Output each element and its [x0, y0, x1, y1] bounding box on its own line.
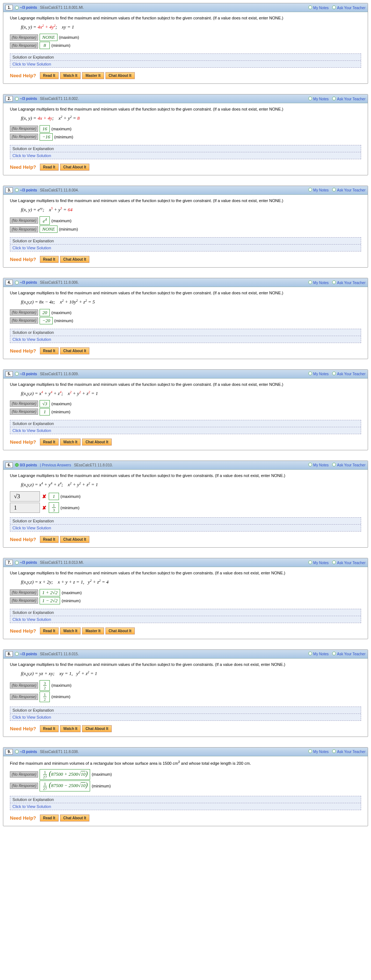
question-number: 6. [5, 462, 13, 468]
no-response[interactable]: (No Response) [10, 126, 38, 132]
ask-teacher-link[interactable]: Ask Your Teacher [330, 749, 366, 754]
help-watch-button[interactable]: Watch It [60, 439, 81, 445]
status: –/3 points [15, 97, 37, 101]
no-response[interactable]: (No Response) [10, 309, 38, 315]
help-chat-button[interactable]: Chat About It [60, 815, 89, 821]
help-master-button[interactable]: Master It [82, 627, 103, 635]
user-answer[interactable]: 1 [10, 503, 40, 513]
view-solution-link[interactable]: Click to View Solution [10, 427, 361, 434]
question-body: Use Lagrange multipliers to find the max… [3, 567, 368, 638]
help-read-button[interactable]: Read It [40, 164, 59, 170]
no-response[interactable]: (No Response) [10, 694, 38, 700]
no-response[interactable]: (No Response) [10, 134, 38, 140]
help-chat-button[interactable]: Chat About It [60, 256, 89, 263]
no-response[interactable]: (No Response) [10, 783, 38, 789]
help-read-button[interactable]: Read It [40, 536, 59, 543]
answer-row: (No Response)1 − 2√2(minimum) [10, 597, 361, 605]
view-solution-link[interactable]: Click to View Solution [10, 616, 361, 623]
my-notes-link[interactable]: My Notes [306, 280, 328, 285]
no-response[interactable]: (No Response) [10, 317, 38, 324]
help-chat-button[interactable]: Chat About It [82, 725, 111, 732]
no-response[interactable]: (No Response) [10, 34, 38, 41]
help-master-button[interactable]: Master It [82, 72, 103, 79]
ask-teacher-link[interactable]: Ask Your Teacher [330, 5, 366, 10]
view-solution-link[interactable]: Click to View Solution [10, 803, 361, 810]
ask-teacher-link[interactable]: Ask Your Teacher [330, 280, 366, 285]
ask-teacher-link[interactable]: Ask Your Teacher [330, 560, 366, 565]
help-chat-button[interactable]: Chat About It [105, 72, 135, 79]
help-read-button[interactable]: Read It [40, 725, 59, 732]
solution-box: Solution or ExplanationClick to View Sol… [10, 609, 361, 623]
ask-teacher-link[interactable]: Ask Your Teacher [330, 372, 366, 376]
answer-row: (No Response)e4(maximum) [10, 216, 361, 225]
ask-teacher-link[interactable]: Ask Your Teacher [330, 652, 366, 656]
no-response[interactable]: (No Response) [10, 589, 38, 596]
help-chat-button[interactable]: Chat About It [82, 439, 111, 445]
points: –/3 points [20, 372, 37, 376]
solution-box: Solution or ExplanationClick to View Sol… [10, 53, 361, 68]
no-response[interactable]: (No Response) [10, 597, 38, 604]
my-notes-link[interactable]: My Notes [306, 5, 328, 10]
no-response[interactable]: (No Response) [10, 682, 38, 689]
my-notes-link[interactable]: My Notes [306, 463, 328, 467]
points: –/3 points [20, 652, 37, 656]
my-notes-link[interactable]: My Notes [306, 749, 328, 754]
status: –/3 points [15, 188, 37, 192]
user-answer[interactable]: √3 [10, 491, 40, 501]
view-solution-link[interactable]: Click to View Solution [10, 245, 361, 251]
view-solution-link[interactable]: Click to View Solution [10, 336, 361, 343]
no-response[interactable]: (No Response) [10, 772, 38, 778]
no-response[interactable]: (No Response) [10, 401, 38, 407]
status-dot-icon [15, 561, 19, 565]
view-solution-link[interactable]: Click to View Solution [10, 714, 361, 721]
my-notes-link[interactable]: My Notes [306, 652, 328, 656]
help-read-button[interactable]: Read It [40, 256, 59, 263]
solution-header: Solution or Explanation [10, 796, 361, 803]
help-read-button[interactable]: Read It [40, 815, 59, 821]
help-chat-button[interactable]: Chat About It [60, 536, 89, 543]
view-solution-link[interactable]: Click to View Solution [10, 152, 361, 159]
question-code: SEssCalcET1 11.8.004. [40, 188, 79, 192]
solution-header: Solution or Explanation [10, 420, 361, 427]
need-help-label: Need Help? [10, 257, 36, 262]
ask-teacher-link[interactable]: Ask Your Teacher [330, 463, 366, 467]
question-header: 7.–/3 pointsSEssCalcET1 11.8.013.MI.My N… [3, 558, 368, 567]
ask-teacher-link[interactable]: Ask Your Teacher [330, 188, 366, 192]
question-number: 5. [5, 371, 13, 377]
prompt: Use Lagrange multipliers to find the max… [10, 291, 361, 295]
my-notes-link[interactable]: My Notes [306, 372, 328, 376]
help-chat-button[interactable]: Chat About It [60, 347, 89, 354]
question-number: 4. [5, 280, 13, 285]
question-code: SEssCalcET1 11.8.015. [40, 652, 79, 656]
note-dot-icon [308, 188, 312, 191]
answer-label: (maximum) [51, 402, 72, 406]
ask-teacher-link[interactable]: Ask Your Teacher [330, 97, 366, 101]
help-watch-button[interactable]: Watch It [60, 72, 81, 79]
solution-header: Solution or Explanation [10, 707, 361, 714]
question-header: 5.–/3 pointsSEssCalcET1 11.8.009.My Note… [3, 370, 368, 379]
no-response[interactable]: (No Response) [10, 218, 38, 224]
points: –/3 points [20, 750, 37, 754]
note-dot-icon [308, 560, 312, 564]
no-response[interactable]: (No Response) [10, 226, 38, 232]
my-notes-link[interactable]: My Notes [306, 560, 328, 565]
help-bar: Need Help?Read ItChat About It [10, 815, 361, 821]
help-chat-button[interactable]: Chat About It [60, 164, 89, 170]
help-read-button[interactable]: Read It [40, 439, 59, 445]
my-notes-link[interactable]: My Notes [306, 97, 328, 101]
help-read-button[interactable]: Read It [40, 347, 59, 354]
points: –/3 points [20, 97, 37, 101]
my-notes-link[interactable]: My Notes [306, 188, 328, 192]
help-chat-button[interactable]: Chat About It [105, 627, 135, 635]
help-read-button[interactable]: Read It [40, 72, 59, 79]
answer-row: (No Response)8(minimum) [10, 42, 361, 49]
help-bar: Need Help?Read ItWatch ItChat About It [10, 725, 361, 732]
no-response[interactable]: (No Response) [10, 43, 38, 49]
no-response[interactable]: (No Response) [10, 409, 38, 415]
equation: f(x,y,z) = x4 + y4 + z4; x2 + y2 + z2 = … [21, 390, 361, 396]
view-solution-link[interactable]: Click to View Solution [10, 525, 361, 531]
view-solution-link[interactable]: Click to View Solution [10, 61, 361, 67]
help-watch-button[interactable]: Watch It [60, 725, 81, 732]
help-watch-button[interactable]: Watch It [60, 627, 81, 635]
help-read-button[interactable]: Read It [40, 627, 59, 635]
